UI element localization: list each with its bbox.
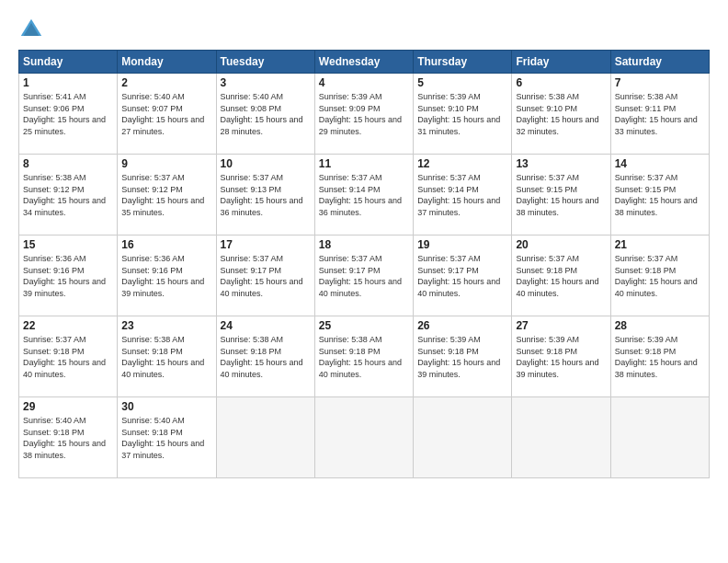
calendar-table: SundayMondayTuesdayWednesdayThursdayFrid… xyxy=(18,50,710,478)
sunrise-label: Sunrise: 5:36 AM xyxy=(121,254,185,263)
weekday-header-friday: Friday xyxy=(512,51,610,74)
calendar-cell: 1Sunrise: 5:41 AMSunset: 9:06 PMDaylight… xyxy=(19,74,118,155)
daylight-label: Daylight: 15 hours and 38 minutes. xyxy=(615,196,698,217)
day-number: 6 xyxy=(516,76,606,89)
daylight-label: Daylight: 15 hours and 39 minutes. xyxy=(417,358,500,379)
day-number: 19 xyxy=(417,238,507,251)
calendar-cell: 19Sunrise: 5:37 AMSunset: 9:17 PMDayligh… xyxy=(414,236,512,316)
sunrise-label: Sunrise: 5:37 AM xyxy=(615,254,678,263)
day-info: Sunrise: 5:37 AMSunset: 9:15 PMDaylight:… xyxy=(615,172,705,218)
day-info: Sunrise: 5:37 AMSunset: 9:12 PMDaylight:… xyxy=(121,172,211,218)
sunset-label: Sunset: 9:08 PM xyxy=(221,104,282,113)
calendar-cell: 21Sunrise: 5:37 AMSunset: 9:18 PMDayligh… xyxy=(610,236,709,316)
calendar-cell: 5Sunrise: 5:39 AMSunset: 9:10 PMDaylight… xyxy=(414,74,512,155)
calendar-cell: 3Sunrise: 5:40 AMSunset: 9:08 PMDaylight… xyxy=(216,74,314,155)
day-info: Sunrise: 5:39 AMSunset: 9:09 PMDaylight:… xyxy=(319,91,409,137)
day-info: Sunrise: 5:38 AMSunset: 9:12 PMDaylight:… xyxy=(23,172,113,218)
calendar-cell: 18Sunrise: 5:37 AMSunset: 9:17 PMDayligh… xyxy=(314,236,413,316)
logo-icon xyxy=(18,17,44,42)
calendar-cell: 29Sunrise: 5:40 AMSunset: 9:18 PMDayligh… xyxy=(19,397,118,478)
day-info: Sunrise: 5:37 AMSunset: 9:13 PMDaylight:… xyxy=(221,172,311,218)
day-number: 7 xyxy=(615,76,705,89)
sunset-label: Sunset: 9:10 PM xyxy=(516,104,577,113)
weekday-header-thursday: Thursday xyxy=(414,51,512,74)
daylight-label: Daylight: 15 hours and 32 minutes. xyxy=(516,115,598,136)
calendar-cell: 11Sunrise: 5:37 AMSunset: 9:14 PMDayligh… xyxy=(314,155,413,236)
calendar-cell xyxy=(512,397,610,478)
sunrise-label: Sunrise: 5:38 AM xyxy=(121,335,185,344)
sunrise-label: Sunrise: 5:38 AM xyxy=(516,92,579,101)
sunrise-label: Sunrise: 5:37 AM xyxy=(121,173,185,182)
daylight-label: Daylight: 15 hours and 37 minutes. xyxy=(121,439,204,460)
calendar-cell: 13Sunrise: 5:37 AMSunset: 9:15 PMDayligh… xyxy=(512,155,610,236)
day-number: 29 xyxy=(23,400,113,413)
logo xyxy=(18,17,48,42)
day-number: 24 xyxy=(221,319,311,332)
sunrise-label: Sunrise: 5:37 AM xyxy=(319,173,382,182)
daylight-label: Daylight: 15 hours and 25 minutes. xyxy=(23,115,106,136)
sunset-label: Sunset: 9:18 PM xyxy=(615,347,677,356)
sunrise-label: Sunrise: 5:38 AM xyxy=(23,173,86,182)
calendar-cell: 30Sunrise: 5:40 AMSunset: 9:18 PMDayligh… xyxy=(118,397,216,478)
calendar-cell: 12Sunrise: 5:37 AMSunset: 9:14 PMDayligh… xyxy=(414,155,512,236)
daylight-label: Daylight: 15 hours and 40 minutes. xyxy=(221,277,303,298)
calendar-cell: 22Sunrise: 5:37 AMSunset: 9:18 PMDayligh… xyxy=(19,316,118,397)
day-number: 4 xyxy=(319,76,409,89)
daylight-label: Daylight: 15 hours and 28 minutes. xyxy=(221,115,303,136)
daylight-label: Daylight: 15 hours and 40 minutes. xyxy=(221,358,303,379)
daylight-label: Daylight: 15 hours and 40 minutes. xyxy=(121,358,204,379)
day-info: Sunrise: 5:37 AMSunset: 9:18 PMDaylight:… xyxy=(615,253,705,299)
sunrise-label: Sunrise: 5:39 AM xyxy=(516,335,579,344)
day-number: 23 xyxy=(121,319,211,332)
sunset-label: Sunset: 9:17 PM xyxy=(417,266,479,275)
sunrise-label: Sunrise: 5:37 AM xyxy=(615,173,678,182)
calendar-cell: 6Sunrise: 5:38 AMSunset: 9:10 PMDaylight… xyxy=(512,74,610,155)
sunrise-label: Sunrise: 5:38 AM xyxy=(221,335,284,344)
weekday-header-wednesday: Wednesday xyxy=(314,51,413,74)
sunset-label: Sunset: 9:18 PM xyxy=(23,347,85,356)
sunset-label: Sunset: 9:18 PM xyxy=(121,347,183,356)
day-number: 17 xyxy=(221,238,311,251)
day-info: Sunrise: 5:36 AMSunset: 9:16 PMDaylight:… xyxy=(121,253,211,299)
week-row-5: 29Sunrise: 5:40 AMSunset: 9:18 PMDayligh… xyxy=(19,397,710,478)
day-info: Sunrise: 5:38 AMSunset: 9:18 PMDaylight:… xyxy=(121,334,211,380)
day-number: 14 xyxy=(615,157,705,170)
sunset-label: Sunset: 9:11 PM xyxy=(615,104,677,113)
daylight-label: Daylight: 15 hours and 39 minutes. xyxy=(23,277,106,298)
sunrise-label: Sunrise: 5:39 AM xyxy=(417,92,481,101)
day-number: 10 xyxy=(221,157,311,170)
sunset-label: Sunset: 9:15 PM xyxy=(615,185,677,194)
calendar-cell: 17Sunrise: 5:37 AMSunset: 9:17 PMDayligh… xyxy=(216,236,314,316)
sunrise-label: Sunrise: 5:39 AM xyxy=(417,335,481,344)
daylight-label: Daylight: 15 hours and 37 minutes. xyxy=(417,196,500,217)
sunset-label: Sunset: 9:14 PM xyxy=(319,185,381,194)
daylight-label: Daylight: 15 hours and 36 minutes. xyxy=(319,196,402,217)
calendar-cell: 7Sunrise: 5:38 AMSunset: 9:11 PMDaylight… xyxy=(610,74,709,155)
day-number: 25 xyxy=(319,319,409,332)
sunset-label: Sunset: 9:18 PM xyxy=(615,266,677,275)
day-number: 13 xyxy=(516,157,606,170)
sunset-label: Sunset: 9:17 PM xyxy=(221,266,282,275)
calendar-cell: 20Sunrise: 5:37 AMSunset: 9:18 PMDayligh… xyxy=(512,236,610,316)
day-info: Sunrise: 5:40 AMSunset: 9:18 PMDaylight:… xyxy=(121,415,211,461)
day-info: Sunrise: 5:38 AMSunset: 9:10 PMDaylight:… xyxy=(516,91,606,137)
sunrise-label: Sunrise: 5:39 AM xyxy=(319,92,382,101)
sunrise-label: Sunrise: 5:38 AM xyxy=(615,92,678,101)
calendar-cell: 15Sunrise: 5:36 AMSunset: 9:16 PMDayligh… xyxy=(19,236,118,316)
day-info: Sunrise: 5:36 AMSunset: 9:16 PMDaylight:… xyxy=(23,253,113,299)
day-info: Sunrise: 5:39 AMSunset: 9:18 PMDaylight:… xyxy=(417,334,507,380)
day-number: 18 xyxy=(319,238,409,251)
sunrise-label: Sunrise: 5:41 AM xyxy=(23,92,86,101)
day-number: 11 xyxy=(319,157,409,170)
daylight-label: Daylight: 15 hours and 40 minutes. xyxy=(319,358,402,379)
day-number: 5 xyxy=(417,76,507,89)
calendar-cell: 14Sunrise: 5:37 AMSunset: 9:15 PMDayligh… xyxy=(610,155,709,236)
daylight-label: Daylight: 15 hours and 31 minutes. xyxy=(417,115,500,136)
week-row-4: 22Sunrise: 5:37 AMSunset: 9:18 PMDayligh… xyxy=(19,316,710,397)
daylight-label: Daylight: 15 hours and 34 minutes. xyxy=(23,196,106,217)
day-number: 12 xyxy=(417,157,507,170)
calendar-cell: 8Sunrise: 5:38 AMSunset: 9:12 PMDaylight… xyxy=(19,155,118,236)
day-number: 8 xyxy=(23,157,113,170)
sunrise-label: Sunrise: 5:40 AM xyxy=(121,92,185,101)
day-number: 3 xyxy=(221,76,311,89)
